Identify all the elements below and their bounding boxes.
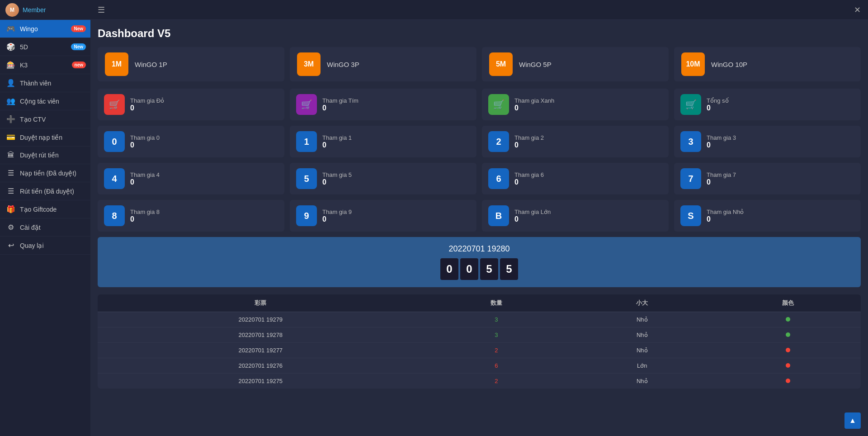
num-tile-5: 5 [296, 168, 317, 189]
badge-k3: new [72, 62, 86, 68]
period-card-5m[interactable]: 5M WinGO 5P [482, 47, 669, 81]
table-cell-size: Nhỏ [569, 327, 715, 343]
stat-card-num-7: 7 Tham gia 7 0 [674, 163, 861, 194]
period-label-1m: WinGO 1P [135, 61, 167, 68]
nav-icon-rut-tien-da-duyet: ☰ [6, 187, 15, 195]
stat-card-num-0: 0 Tham gia 0 0 [98, 126, 284, 157]
sidebar-item-rut-tien-da-duyet[interactable]: ☰ Rút tiền (Đã duyệt) [0, 182, 90, 200]
stat-info-num-lon: Tham gia Lớn 0 [514, 209, 551, 223]
stat-value-num-3: 0 [707, 141, 736, 149]
sidebar-item-wingo[interactable]: 🎮 Wingo New [0, 20, 90, 38]
period-badge-1m: 1M [105, 52, 128, 76]
num-tile-1: 1 [296, 131, 317, 152]
nav-label-cong-tac-vien: Cộng tác viên [20, 98, 59, 105]
stat-info-do: Tham gia Đỏ 0 [130, 97, 164, 112]
stat-card-num-5: 5 Tham gia 5 0 [290, 163, 476, 194]
color-dot [786, 332, 790, 337]
stat-card-tong-so: 🛒 Tổng số 0 [674, 89, 861, 120]
digit-box: 5 [500, 258, 518, 280]
sidebar-item-cai-dat[interactable]: ⚙ Cài đặt [0, 218, 90, 237]
period-card-10m[interactable]: 10M WinGO 10P [674, 47, 861, 81]
table-cell-lottery: 20220701 19277 [98, 343, 424, 358]
stat-label-num-3: Tham gia 3 [707, 134, 736, 141]
stat-card-num-lon: B Tham gia Lớn 0 [482, 200, 669, 232]
nav-label-5d: 5D [20, 43, 28, 51]
table-cell-count: 2 [424, 374, 569, 389]
num-tile-3: 3 [680, 131, 701, 152]
stat-info-num-5: Tham gia 5 0 [322, 171, 352, 186]
stat-card-num-9: 9 Tham gia 9 0 [290, 200, 476, 232]
avatar: M [5, 3, 19, 17]
sidebar-item-duyet-rut-tien[interactable]: 🏛 Duyệt rút tiền [0, 147, 90, 164]
stats-row-4: 8 Tham gia 8 0 9 Tham gia 9 0 B Tham gia… [98, 200, 861, 232]
table-cell-color [715, 374, 861, 389]
nav-icon-duyet-nap-tien: 💳 [6, 133, 15, 142]
period-label-10m: WinGO 10P [711, 61, 747, 68]
stat-value-xanh: 0 [514, 104, 554, 112]
table-cell-count: 2 [424, 343, 569, 358]
nav-label-duyet-nap-tien: Duyệt nạp tiền [20, 134, 62, 141]
close-icon[interactable]: ✕ [854, 5, 861, 15]
table-header: 颜色 [715, 294, 861, 312]
table-header: 彩票 [98, 294, 424, 312]
stat-label-do: Tham gia Đỏ [130, 97, 164, 104]
sidebar-item-k3[interactable]: 🎰 K3 new [0, 56, 90, 74]
lottery-table: 彩票数量小大颜色 20220701 19279 3 Nhỏ 20220701 1… [98, 294, 861, 389]
stat-value-num-0: 0 [130, 141, 160, 149]
stat-card-num-nho: S Tham gia Nhỏ 0 [674, 200, 861, 232]
stats-row-1: 🛒 Tham gia Đỏ 0 🛒 Tham gia Tím 0 🛒 Tham … [98, 89, 861, 120]
color-dot [786, 317, 790, 322]
color-dot [786, 363, 790, 368]
stat-value-num-1: 0 [322, 141, 352, 149]
nav-icon-k3: 🎰 [6, 61, 15, 69]
period-label-5m: WinGO 5P [519, 61, 552, 68]
timer-section: 20220701 19280 0055 [98, 237, 861, 287]
nav-icon-5d: 🎲 [6, 43, 15, 51]
digit-box: 0 [460, 258, 478, 280]
sidebar-item-nap-tien-da-duyet[interactable]: ☰ Nạp tiền (Đã duyệt) [0, 164, 90, 182]
stat-label-num-9: Tham gia 9 [322, 209, 352, 215]
period-card-1m[interactable]: 1M WinGO 1P [98, 47, 284, 81]
hamburger-icon[interactable]: ☰ [98, 5, 105, 15]
stat-card-num-4: 4 Tham gia 4 0 [98, 163, 284, 194]
stats-row-3: 4 Tham gia 4 0 5 Tham gia 5 0 6 Tham gia… [98, 163, 861, 194]
stat-info-num-7: Tham gia 7 0 [707, 171, 736, 186]
nav-label-wingo: Wingo [20, 25, 38, 33]
sidebar-item-quay-lai[interactable]: ↩ Quay lại [0, 237, 90, 255]
sidebar-item-duyet-nap-tien[interactable]: 💳 Duyệt nạp tiền [0, 128, 90, 147]
sidebar-item-5d[interactable]: 🎲 5D New [0, 38, 90, 56]
sidebar-item-tao-ctv[interactable]: ➕ Tạo CTV [0, 110, 90, 128]
badge-wingo: New [71, 25, 86, 32]
stat-icon-tim: 🛒 [296, 94, 317, 115]
nav-label-rut-tien-da-duyet: Rút tiền (Đã duyệt) [20, 188, 74, 195]
nav-icon-nap-tien-da-duyet: ☰ [6, 169, 15, 177]
stat-label-num-4: Tham gia 4 [130, 171, 160, 178]
table-cell-lottery: 20220701 19275 [98, 374, 424, 389]
period-row: 1M WinGO 1P 3M WinGO 3P 5M WinGO 5P 10M … [98, 47, 861, 81]
stat-label-num-lon: Tham gia Lớn [514, 209, 551, 215]
nav-icon-tao-ctv: ➕ [6, 115, 15, 123]
stat-icon-do: 🛒 [104, 94, 125, 115]
stat-card-xanh: 🛒 Tham gia Xanh 0 [482, 89, 669, 120]
nav-label-nap-tien-da-duyet: Nạp tiền (Đã duyệt) [20, 170, 76, 177]
stat-info-num-nho: Tham gia Nhỏ 0 [707, 209, 744, 223]
sidebar-nav: 🎮 Wingo New 🎲 5D New 🎰 K3 new 👤 Thành vi… [0, 20, 90, 436]
stat-card-do: 🛒 Tham gia Đỏ 0 [98, 89, 284, 120]
stat-card-num-1: 1 Tham gia 1 0 [290, 126, 476, 157]
sidebar-item-cong-tac-vien[interactable]: 👥 Cộng tác viên [0, 92, 90, 110]
sidebar-item-tao-giftcode[interactable]: 🎁 Tạo Giftcode [0, 200, 90, 218]
stat-value-num-nho: 0 [707, 215, 744, 223]
table-cell-size: Nhỏ [569, 343, 715, 358]
stat-label-tong-so: Tổng số [707, 97, 729, 104]
color-dot [786, 348, 790, 352]
period-card-3m[interactable]: 3M WinGO 3P [290, 47, 476, 81]
scroll-to-top-button[interactable]: ▲ [844, 412, 861, 429]
stat-label-num-5: Tham gia 5 [322, 171, 352, 178]
sidebar-item-thanh-vien[interactable]: 👤 Thành viên [0, 74, 90, 92]
period-badge-10m: 10M [681, 52, 705, 76]
stat-value-tong-so: 0 [707, 104, 729, 112]
stat-label-num-8: Tham gia 8 [130, 209, 160, 215]
table-row: 20220701 19279 3 Nhỏ [98, 312, 861, 327]
stat-value-num-4: 0 [130, 178, 160, 186]
table-header: 数量 [424, 294, 569, 312]
